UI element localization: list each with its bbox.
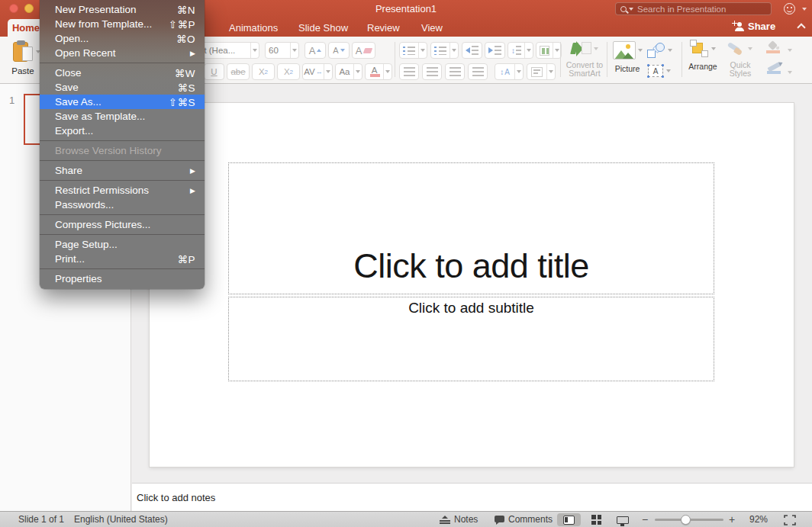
align-right-button[interactable] bbox=[445, 63, 465, 80]
align-text-button[interactable] bbox=[527, 63, 556, 80]
justify-button[interactable] bbox=[468, 63, 488, 80]
submenu-arrow-icon: ▶ bbox=[190, 50, 195, 57]
increase-indent-button[interactable] bbox=[485, 42, 505, 59]
slide-thumbnail-number: 1 bbox=[9, 95, 14, 106]
title-placeholder[interactable]: Click to add title bbox=[228, 162, 714, 294]
text-direction-button[interactable]: ↕ A bbox=[495, 63, 524, 80]
feedback-smiley-icon[interactable] bbox=[784, 3, 795, 14]
convert-to-smartart-button[interactable]: Convert to SmartArt bbox=[565, 40, 604, 78]
shapes-button[interactable] bbox=[647, 43, 672, 58]
superscript-button[interactable]: X2 bbox=[252, 63, 275, 80]
slide-canvas[interactable]: Click to add title Click to add subtitle bbox=[150, 103, 794, 467]
slide-sorter-view-button[interactable] bbox=[585, 513, 608, 526]
notes-toggle-icon[interactable] bbox=[440, 516, 450, 524]
menu-item-new-presentation[interactable]: New Presentation ⌘N bbox=[40, 2, 205, 17]
feedback-caret-icon[interactable] bbox=[802, 8, 807, 11]
quick-styles-brush-icon bbox=[728, 40, 746, 57]
tab-review[interactable]: Review bbox=[367, 19, 400, 37]
menu-item-passwords[interactable]: Passwords... bbox=[40, 198, 205, 212]
shrink-font-arrow-icon bbox=[340, 49, 345, 52]
zoom-out-button[interactable]: − bbox=[642, 512, 648, 527]
search-box[interactable] bbox=[615, 2, 772, 15]
quick-styles-button[interactable]: Quick Styles bbox=[723, 40, 758, 78]
slide-counter: Slide 1 of 1 bbox=[18, 512, 64, 527]
shape-fill-button[interactable] bbox=[762, 41, 785, 53]
picture-icon bbox=[613, 41, 636, 59]
paste-label: Paste bbox=[6, 66, 40, 76]
menu-item-properties[interactable]: Properties bbox=[40, 272, 205, 286]
font-name-caret-icon bbox=[253, 49, 257, 52]
tab-view[interactable]: View bbox=[421, 19, 443, 37]
line-spacing-arrows-icon: ↕ bbox=[511, 47, 515, 55]
font-color-button[interactable]: A bbox=[365, 63, 392, 80]
columns-button[interactable] bbox=[536, 42, 562, 59]
decrease-indent-button[interactable] bbox=[462, 42, 482, 59]
paste-button[interactable]: Paste bbox=[6, 40, 40, 76]
subtitle-placeholder[interactable]: Click to add subtitle bbox=[228, 297, 714, 381]
tab-home[interactable]: Home bbox=[8, 19, 44, 37]
menu-separator bbox=[40, 234, 205, 235]
menu-item-page-setup[interactable]: Page Setup... bbox=[40, 237, 205, 252]
arrange-button[interactable]: Arrange bbox=[685, 40, 720, 71]
font-color-caret-icon bbox=[385, 70, 390, 73]
tab-animations[interactable]: Animations bbox=[229, 19, 278, 37]
menu-separator bbox=[40, 63, 205, 63]
arrange-icon bbox=[691, 40, 709, 57]
share-button[interactable]: Share bbox=[734, 21, 775, 32]
change-case-button[interactable]: Aa bbox=[335, 63, 362, 80]
tab-slide-show[interactable]: Slide Show bbox=[298, 19, 348, 37]
menu-item-compress-pictures[interactable]: Compress Pictures... bbox=[40, 217, 205, 232]
grow-font-button[interactable]: A bbox=[304, 42, 326, 59]
comments-label[interactable]: Comments bbox=[508, 512, 553, 527]
shape-fill-caret-icon bbox=[788, 49, 792, 52]
line-spacing-button[interactable]: ↕ bbox=[508, 42, 533, 59]
menu-item-share[interactable]: Share ▶ bbox=[40, 163, 205, 178]
fit-slide-to-window-icon[interactable] bbox=[784, 515, 796, 525]
slideshow-view-button[interactable] bbox=[611, 513, 634, 526]
notes-toggle-label[interactable]: Notes bbox=[454, 512, 478, 527]
comments-icon[interactable] bbox=[495, 516, 504, 522]
group-divider bbox=[607, 42, 607, 77]
numbering-button[interactable] bbox=[430, 42, 459, 59]
menu-item-export[interactable]: Export... bbox=[40, 124, 205, 138]
paste-clipboard-icon bbox=[13, 40, 33, 63]
picture-button[interactable]: Picture bbox=[611, 41, 644, 73]
shrink-font-button[interactable]: A bbox=[328, 42, 350, 59]
justify-icon bbox=[472, 67, 484, 76]
underline-button[interactable]: U bbox=[204, 63, 224, 80]
search-input[interactable] bbox=[637, 5, 766, 14]
menu-item-save-as-template[interactable]: Save as Template... bbox=[40, 109, 205, 124]
zoom-in-button[interactable]: + bbox=[729, 512, 735, 527]
zoom-slider-knob[interactable] bbox=[681, 515, 691, 525]
smartart-caret-icon bbox=[594, 47, 598, 50]
font-name-select[interactable]: ht (Hea... bbox=[195, 42, 259, 59]
align-left-button[interactable] bbox=[399, 63, 419, 80]
shape-outline-caret-icon bbox=[788, 71, 792, 74]
slideshow-icon bbox=[617, 516, 629, 524]
font-size-select[interactable]: 60 bbox=[265, 42, 299, 59]
bullets-button[interactable] bbox=[399, 42, 427, 59]
notes-pane[interactable]: Click to add notes bbox=[132, 483, 812, 511]
clear-formatting-button[interactable]: A bbox=[352, 42, 375, 59]
collapse-ribbon-chevron-icon[interactable] bbox=[797, 23, 805, 31]
text-box-button[interactable]: A bbox=[648, 65, 671, 77]
menu-item-open[interactable]: Open... ⌘O bbox=[40, 31, 205, 46]
character-spacing-button[interactable]: AV ↔ bbox=[302, 63, 333, 80]
menu-item-open-recent[interactable]: Open Recent ▶ bbox=[40, 46, 205, 60]
zoom-percent[interactable]: 92% bbox=[745, 512, 772, 527]
menu-item-save[interactable]: Save ⌘S bbox=[40, 80, 205, 95]
shape-outline-button[interactable] bbox=[763, 65, 785, 74]
menu-item-save-as[interactable]: Save As... ⇧⌘S bbox=[40, 95, 205, 109]
submenu-arrow-icon: ▶ bbox=[190, 187, 195, 194]
language-status[interactable]: English (United States) bbox=[74, 512, 168, 527]
menu-item-restrict-permissions[interactable]: Restrict Permissions ▶ bbox=[40, 183, 205, 198]
search-scope-caret-icon[interactable] bbox=[629, 8, 633, 11]
strikethrough-button[interactable]: abe bbox=[227, 63, 250, 80]
menu-item-close[interactable]: Close ⌘W bbox=[40, 66, 205, 80]
align-center-button[interactable] bbox=[422, 63, 442, 80]
group-divider bbox=[682, 42, 682, 77]
subscript-button[interactable]: X2 bbox=[277, 63, 300, 80]
menu-item-new-from-template[interactable]: New from Template... ⇧⌘P bbox=[40, 17, 205, 31]
menu-item-print[interactable]: Print... ⌘P bbox=[40, 252, 205, 266]
normal-view-button[interactable] bbox=[557, 513, 581, 526]
